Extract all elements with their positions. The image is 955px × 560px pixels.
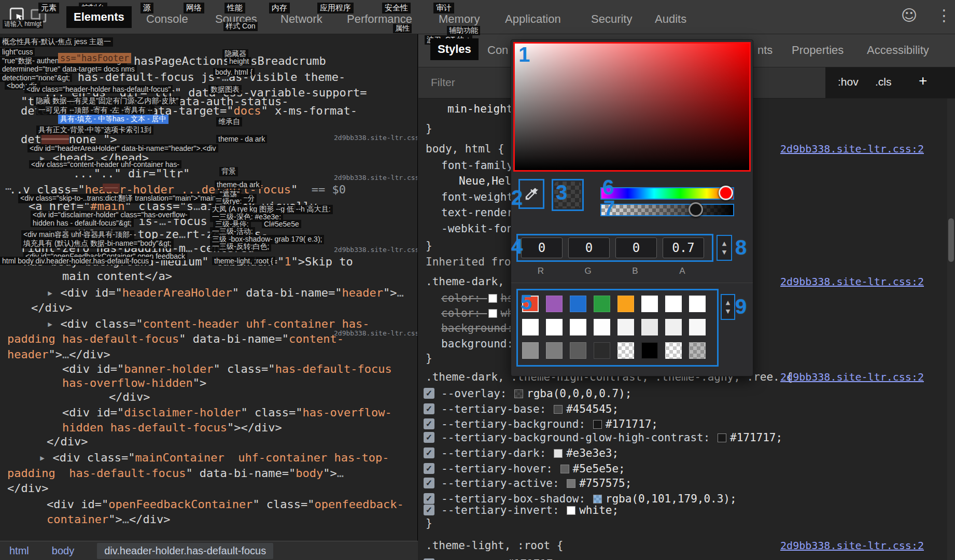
palette-swatch[interactable] [546,296,563,312]
stylesheet-link[interactable]: 2d9bb338.site-ltr.css:2 [780,539,924,552]
palette-swatch[interactable] [570,342,586,359]
palette-swatch[interactable] [522,342,539,359]
scrollbar-thumb[interactable] [948,218,954,262]
palette-swatch[interactable] [594,342,610,359]
tab-network[interactable]: Network [280,12,322,26]
color-swatch[interactable] [554,405,563,414]
css-declaration[interactable]: ✓--tertiary-invert: white; [441,503,942,517]
tab-security[interactable]: Security [591,12,632,26]
element-classes-button[interactable]: .cls [875,76,892,88]
palette-swatch[interactable] [594,319,610,335]
css-declaration[interactable]: ✓--tertiary-hover: #5e5e5e; [441,462,942,475]
green-value-field[interactable]: 0 [568,237,610,258]
palette-swatch[interactable] [617,319,634,335]
color-swatch[interactable] [560,465,569,473]
dom-tree-line[interactable]: <div id="disclaimer-holder" class="has-o… [62,405,392,419]
alpha-slider-knob[interactable] [689,202,703,217]
alpha-value-field[interactable]: 0.7 [663,237,704,258]
dom-tree-line[interactable]: header">…</div> [7,347,110,361]
dom-tree-line[interactable]: ...".." dir="ltr" [73,166,190,180]
tab-application[interactable]: Application [505,12,561,26]
color-swatch[interactable] [593,420,602,429]
tab-nts[interactable]: nts [757,44,773,57]
dom-tree-line[interactable]: main content</a> [62,269,172,283]
dom-tree-line[interactable]: hidden has-default-focus"></div> [62,421,282,435]
dom-tree-line[interactable]: </div> [47,435,88,449]
palette-swatch[interactable] [522,319,539,335]
red-value-field[interactable]: 0 [521,237,563,258]
dom-tree-line[interactable]: ▸ <div class="mainContainer uhf-containe… [39,451,389,465]
dom-tree-line[interactable]: </div> [7,481,48,495]
color-swatch[interactable] [488,294,497,303]
stylesheet-link[interactable]: 2d9bb338.site-ltr.css:2 [780,142,924,156]
palette-swatch[interactable] [617,342,634,359]
dom-tree-line[interactable]: padding has-default-focus" data-bi-name=… [7,332,344,346]
palette-swatch[interactable] [641,296,658,312]
breadcrumb-selected-node[interactable]: div.header-holder.has-default-focus [97,543,273,559]
toggle-element-state-button[interactable]: :hov [838,76,859,88]
saturation-brightness-gradient[interactable] [513,42,751,172]
palette-swatch[interactable] [665,319,682,335]
dom-tree-line[interactable]: <div id="banner-holder" class="has-defau… [62,362,392,376]
breadcrumb-html[interactable]: html [9,545,29,557]
dom-tree-line[interactable]: container">…</div> [47,512,170,526]
tab-con[interactable]: Con [487,44,508,57]
tab-memory[interactable]: Memory [439,12,480,26]
css-declaration[interactable]: ✓--tertiary-base: #454545; [441,402,942,416]
dom-tree-line[interactable]: has-overflow-hidden"> [62,376,206,390]
css-rule-line[interactable]: } [426,516,942,530]
palette-swatch[interactable] [689,296,706,312]
palette-swatch[interactable] [689,342,706,359]
css-declaration[interactable]: ✓--tertiary-background: #171717; [441,417,942,431]
tab-accessibility[interactable]: Accessibility [867,44,929,57]
alpha-slider[interactable] [600,204,734,216]
filter-input[interactable]: Filter [431,76,455,89]
palette-swatch[interactable] [665,342,682,359]
palette-swatch[interactable] [665,296,682,312]
tab-styles[interactable]: Styles [430,38,479,60]
dom-tree-line[interactable]: </div> [109,390,150,404]
palette-swatch[interactable] [641,342,658,359]
tab-audits[interactable]: Audits [655,12,686,26]
css-declaration[interactable]: ✓--tertiary-dark: #e3e3e3; [441,446,942,460]
palette-switcher[interactable]: ▲▼ [721,294,735,320]
tab-console[interactable]: Console [146,12,188,26]
styles-scrollbar[interactable] [947,99,955,560]
color-swatch[interactable] [554,449,563,458]
dom-tree-line[interactable]: <div id="openFeedbackContainer" class="o… [47,497,404,511]
color-swatch[interactable] [593,495,602,503]
tab-elements[interactable]: Elements [66,6,132,28]
stylesheet-link[interactable]: 2d9bb338.site-ltr.css:2 [780,370,924,384]
more-options-icon[interactable]: ⋮ [936,6,952,24]
color-swatch[interactable] [514,389,523,398]
palette-swatch[interactable] [546,319,563,335]
palette-swatch[interactable] [570,319,586,335]
dom-tree-line[interactable]: ▸ <div class="content-header uhf-contain… [47,317,370,331]
palette-swatch[interactable] [594,296,610,312]
color-format-toggle[interactable]: ▲▼ [717,235,732,261]
dom-tree-line[interactable]: padding has-default-focus" data-bi-name=… [7,466,344,480]
palette-swatch[interactable] [641,319,658,335]
tab-properties[interactable]: Properties [792,44,844,57]
color-swatch[interactable] [488,309,497,318]
color-swatch[interactable] [718,433,726,442]
blue-value-field[interactable]: 0 [615,237,657,258]
dom-tree-line[interactable]: </div> [31,301,72,315]
css-declaration[interactable]: ✓--overlay: rgba(0,0,0,0.7); [441,387,942,400]
hue-slider-knob[interactable] [719,186,733,200]
css-declaration[interactable]: ✓--tertiary-active: #757575; [441,477,942,490]
palette-swatch[interactable] [546,342,563,359]
css-declaration[interactable]: ✓--text: #171717; [441,557,942,560]
hue-slider[interactable] [600,187,734,200]
dom-tree-line[interactable]: ▸ <div id="headerAreaHolder" data-bi-nam… [47,286,404,300]
color-swatch[interactable] [567,506,575,515]
breadcrumb-body[interactable]: body [52,545,74,557]
css-rule-line[interactable]: .theme-light, :root {2d9bb338.site-ltr.c… [426,539,942,552]
smiley-feedback-icon[interactable]: ☺ [901,6,917,24]
stylesheet-link[interactable]: 2d9bb338.site-ltr.css:2 [780,275,924,288]
css-declaration[interactable]: ✓--tertiary-background-glow-high-contras… [441,431,942,444]
palette-swatch[interactable] [617,296,634,312]
palette-swatch[interactable] [570,296,586,312]
color-swatch[interactable] [567,479,575,488]
palette-swatch[interactable] [689,319,706,335]
